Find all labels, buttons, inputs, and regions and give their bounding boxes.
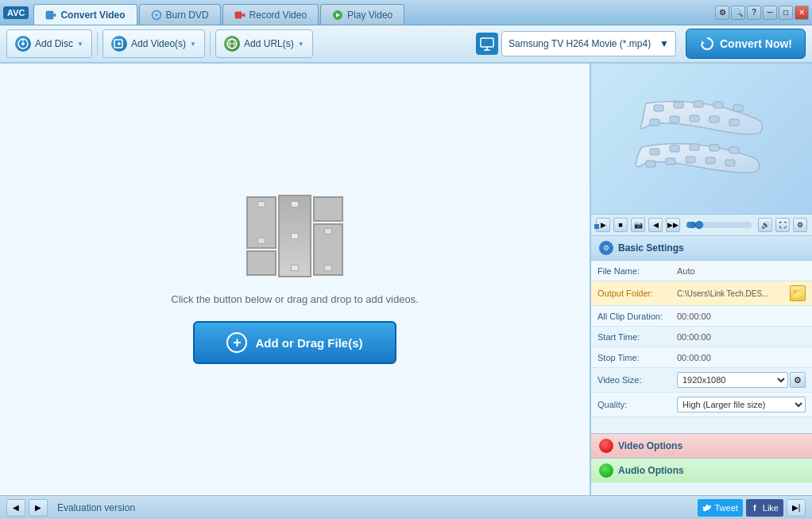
svg-rect-21 <box>654 105 663 111</box>
nav-next-button[interactable]: ▶ <box>29 499 48 517</box>
setting-row-stop-time: Stop Time: 00:00:00 <box>591 347 812 368</box>
minimize-button[interactable]: ─ <box>763 6 777 20</box>
svg-rect-37 <box>666 158 675 165</box>
filename-label: File Name: <box>597 266 677 276</box>
tab-burn-dvd[interactable]: Burn DVD <box>139 4 221 25</box>
status-bar-left: ◀ ▶ Evaluation version <box>6 499 135 517</box>
more-button[interactable]: ⚙ <box>793 218 807 232</box>
twitter-icon <box>702 503 712 513</box>
add-url-label: Add URL(s) <box>244 38 294 49</box>
progress-indicator <box>594 224 599 229</box>
setting-row-clip-duration: All Clip Duration: 00:00:00 <box>591 306 812 327</box>
format-dropdown[interactable]: Samsung TV H264 Movie (*.mp4) ▼ <box>501 31 676 56</box>
search-button[interactable]: 🔍 <box>731 6 745 20</box>
add-file-plus-icon: + <box>226 332 247 353</box>
setting-row-quality: Quality: High (Larger file size) Medium … <box>591 393 812 417</box>
facebook-button[interactable]: f Like <box>746 499 783 517</box>
quality-select[interactable]: High (Larger file size) Medium Low (Smal… <box>677 397 806 412</box>
preview-film-icon <box>630 87 773 191</box>
output-folder-value: C:\Users\Link Tech.DES... <box>677 289 788 298</box>
fullscreen-button[interactable]: ⛶ <box>775 218 790 232</box>
add-url-button[interactable]: Add URL(s) ▼ <box>215 29 313 58</box>
svg-rect-17 <box>481 38 493 47</box>
video-size-input-row: 1920x1080 1280x720 854x480 ⚙ <box>677 372 806 388</box>
playback-controls: ▶ ■ 📷 ◀ ▶▶ 🔊 ⛶ ⚙ <box>591 215 812 236</box>
format-dropdown-label: Samsung TV H264 Movie (*.mp4) <box>508 38 651 49</box>
volume-button[interactable]: 🔊 <box>758 218 772 232</box>
add-file-button[interactable]: + Add or Drag File(s) <box>193 321 396 364</box>
convert-now-button[interactable]: Convert Now! <box>686 29 806 59</box>
audio-options-expander[interactable]: Audio Options <box>591 458 812 482</box>
browse-folder-button[interactable]: 📁 <box>790 285 806 301</box>
settings-section-icon: ⚙ <box>599 241 613 255</box>
output-folder-label: Output Folder: <box>597 289 677 298</box>
help-button[interactable]: ? <box>747 6 761 20</box>
status-bar-right: Tweet f Like ▶| <box>698 499 806 517</box>
add-disc-label: Add Disc <box>35 38 73 49</box>
stop-time-label: Stop Time: <box>597 353 677 362</box>
video-icon <box>45 10 56 21</box>
twitter-button[interactable]: Tweet <box>698 499 742 517</box>
nav-prev-button[interactable]: ◀ <box>6 499 25 517</box>
add-disc-button[interactable]: Add Disc ▼ <box>6 29 92 58</box>
svg-text:f: f <box>753 503 756 513</box>
clip-duration-label: All Clip Duration: <box>597 312 677 321</box>
snapshot-button[interactable]: 📷 <box>631 218 645 232</box>
main-area: Click the button below or drag and drop … <box>0 64 812 495</box>
svg-rect-35 <box>729 147 739 153</box>
next-frame-button[interactable]: ▶▶ <box>666 218 680 232</box>
settings-spacer <box>591 417 812 433</box>
filename-value: Auto <box>677 266 806 276</box>
audio-options-dot <box>599 463 613 478</box>
video-panel: Click the button below or drag and drop … <box>0 64 591 495</box>
convert-now-label: Convert Now! <box>720 37 792 50</box>
clip-duration-value: 00:00:00 <box>677 312 806 321</box>
status-bar: ◀ ▶ Evaluation version Tweet f Like ▶| <box>0 495 812 519</box>
close-button[interactable]: ✕ <box>795 6 809 20</box>
playback-progress[interactable] <box>686 222 752 228</box>
settings-panel: ⚙ Basic Settings File Name: Auto Output … <box>591 236 812 495</box>
video-size-gear-button[interactable]: ⚙ <box>790 372 806 388</box>
progress-thumb[interactable] <box>695 221 703 229</box>
svg-rect-22 <box>674 102 683 108</box>
svg-marker-20 <box>702 41 705 44</box>
setting-row-start-time: Start Time: 00:00:00 <box>591 327 812 347</box>
nav-end-button[interactable]: ▶| <box>787 499 806 517</box>
tab-convert-video[interactable]: Convert Video <box>33 4 137 25</box>
refresh-icon <box>699 36 715 52</box>
video-options-expander[interactable]: Video Options <box>591 433 812 458</box>
right-panel: ▶ ■ 📷 ◀ ▶▶ 🔊 ⛶ ⚙ ⚙ Basic Settings File N… <box>591 64 812 495</box>
title-bar: AVC Convert Video Burn DVD Record Video <box>0 0 812 25</box>
title-bar-controls: ⚙ 🔍 ? ─ □ ✕ <box>715 6 809 20</box>
svg-rect-28 <box>690 115 699 122</box>
start-time-label: Start Time: <box>597 332 677 342</box>
setting-row-filename: File Name: Auto <box>591 261 812 281</box>
video-size-select[interactable]: 1920x1080 1280x720 854x480 <box>677 372 788 388</box>
tab-play-video[interactable]: Play Video <box>320 4 404 25</box>
svg-rect-40 <box>725 160 735 166</box>
svg-rect-31 <box>650 149 659 155</box>
format-dropdown-arrow: ▼ <box>659 38 669 49</box>
audio-options-label: Audio Options <box>618 465 684 476</box>
film-strip-placeholder <box>246 195 343 277</box>
quality-label: Quality: <box>597 400 677 409</box>
toolbar-separator-2 <box>210 32 211 56</box>
tab-burn-dvd-label: Burn DVD <box>166 10 209 21</box>
svg-rect-29 <box>710 116 719 122</box>
tab-record-video[interactable]: Record Video <box>222 4 319 25</box>
settings-button[interactable]: ⚙ <box>715 6 729 20</box>
format-selector: Samsung TV H264 Movie (*.mp4) ▼ <box>476 31 676 56</box>
restore-button[interactable]: □ <box>779 6 793 20</box>
stop-time-value: 00:00:00 <box>677 353 806 362</box>
add-videos-button[interactable]: Add Video(s) ▼ <box>102 29 205 58</box>
svg-marker-1 <box>53 14 56 17</box>
svg-rect-26 <box>650 119 659 126</box>
svg-rect-33 <box>690 144 699 150</box>
setting-row-video-size: Video Size: 1920x1080 1280x720 854x480 ⚙ <box>591 368 812 393</box>
tabs-container: Convert Video Burn DVD Record Video Play… <box>33 0 715 25</box>
video-options-label: Video Options <box>618 440 682 451</box>
stop-button[interactable]: ■ <box>613 218 628 232</box>
toolbar: Add Disc ▼ Add Video(s) ▼ Add URL(s) ▼ <box>0 25 812 64</box>
prev-frame-button[interactable]: ◀ <box>648 218 663 232</box>
svg-rect-36 <box>646 161 655 167</box>
